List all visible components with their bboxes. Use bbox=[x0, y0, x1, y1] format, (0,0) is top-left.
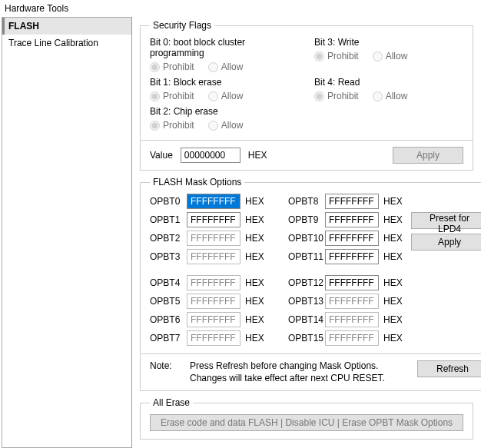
opbt-hex-2: HEX bbox=[245, 233, 265, 244]
opbt-input-0[interactable] bbox=[187, 194, 240, 209]
sec-value-hex: HEX bbox=[248, 150, 267, 161]
bit4-allow[interactable]: Allow bbox=[373, 91, 408, 101]
all-erase-group: All Erase Erase code and data FLASH | Di… bbox=[140, 397, 473, 440]
opbt-label-4: OPBT4 bbox=[150, 277, 182, 288]
opbt-hex-15: HEX bbox=[383, 333, 403, 343]
opbt-input-14 bbox=[325, 312, 379, 327]
bit0-prohibit[interactable]: Prohibit bbox=[150, 61, 194, 72]
sidebar-item-trace-line-calibration[interactable]: Trace Line Calibration bbox=[2, 35, 131, 51]
preset-lpd4-button[interactable]: Preset for LPD4 bbox=[411, 212, 481, 229]
bit3-allow[interactable]: Allow bbox=[373, 51, 408, 61]
note-text: Press Refresh before changing Mask Optio… bbox=[190, 360, 408, 384]
opbt-label-6: OPBT6 bbox=[150, 314, 182, 325]
opbt-hex-4: HEX bbox=[245, 277, 265, 288]
mask-options-legend: FLASH Mask Options bbox=[150, 177, 244, 187]
note-label: Note: bbox=[150, 360, 181, 371]
all-erase-legend: All Erase bbox=[150, 397, 193, 408]
security-flags-group: Security Flags Bit 0: boot block cluster… bbox=[140, 20, 473, 171]
mask-options-group: FLASH Mask Options OPBT0HEXOPBT8HEXOPBT1… bbox=[140, 177, 481, 391]
opbt-hex-5: HEX bbox=[245, 296, 265, 307]
opbt-label-7: OPBT7 bbox=[150, 333, 182, 343]
opbt-label-0: OPBT0 bbox=[150, 196, 182, 207]
opbt-hex-1: HEX bbox=[245, 214, 265, 225]
sec-value-input[interactable] bbox=[181, 148, 240, 163]
opbt-hex-9: HEX bbox=[383, 214, 403, 225]
opbt-label-3: OPBT3 bbox=[150, 251, 182, 262]
opbt-hex-3: HEX bbox=[245, 251, 265, 262]
opbt-input-6 bbox=[187, 312, 240, 327]
opbt-label-12: OPBT12 bbox=[288, 277, 320, 288]
bit2-title: Bit 2: Chip erase bbox=[150, 106, 299, 117]
opbt-label-14: OPBT14 bbox=[288, 314, 320, 325]
bit2-prohibit[interactable]: Prohibit bbox=[150, 120, 194, 131]
mask-grid: OPBT0HEXOPBT8HEXOPBT1HEXOPBT9HEXOPBT2HEX… bbox=[150, 194, 403, 346]
opbt-label-5: OPBT5 bbox=[150, 296, 182, 307]
opbt-label-9: OPBT9 bbox=[288, 214, 320, 225]
opbt-input-9[interactable] bbox=[325, 212, 379, 227]
opbt-hex-0: HEX bbox=[245, 196, 265, 207]
opbt-label-13: OPBT13 bbox=[288, 296, 320, 307]
security-flags-legend: Security Flags bbox=[150, 20, 214, 31]
bit4-prohibit[interactable]: Prohibit bbox=[314, 91, 359, 101]
opbt-input-10[interactable] bbox=[325, 231, 379, 246]
bit2-allow[interactable]: Allow bbox=[208, 120, 244, 131]
opbt-hex-10: HEX bbox=[383, 233, 403, 244]
page-title: Hardware Tools bbox=[0, 0, 481, 17]
sidebar-item-flash[interactable]: FLASH bbox=[2, 18, 131, 35]
opbt-input-2 bbox=[187, 231, 240, 246]
all-erase-button[interactable]: Erase code and data FLASH | Disable ICU … bbox=[150, 414, 463, 431]
opbt-hex-11: HEX bbox=[383, 251, 403, 262]
bit0-allow[interactable]: Allow bbox=[208, 61, 244, 72]
opbt-input-11[interactable] bbox=[325, 249, 379, 264]
bit0-title: Bit 0: boot block cluster programming bbox=[150, 37, 299, 58]
opbt-hex-8: HEX bbox=[383, 196, 403, 207]
opbt-label-10: OPBT10 bbox=[288, 233, 320, 244]
opbt-input-13 bbox=[325, 294, 379, 309]
mask-apply-button[interactable]: Apply bbox=[411, 234, 481, 251]
bit4-title: Bit 4: Read bbox=[314, 77, 463, 88]
content-panel: Security Flags Bit 0: boot block cluster… bbox=[132, 17, 481, 448]
opbt-label-11: OPBT11 bbox=[288, 251, 320, 262]
opbt-input-1[interactable] bbox=[187, 212, 240, 227]
opbt-input-7 bbox=[187, 330, 240, 346]
opbt-input-12[interactable] bbox=[325, 275, 379, 290]
bit3-title: Bit 3: Write bbox=[314, 37, 463, 48]
opbt-hex-12: HEX bbox=[383, 277, 403, 288]
opbt-hex-7: HEX bbox=[245, 333, 265, 343]
opbt-label-1: OPBT1 bbox=[150, 214, 182, 225]
sidebar: FLASH Trace Line Calibration bbox=[2, 17, 132, 448]
refresh-button[interactable]: Refresh bbox=[417, 360, 481, 377]
bit1-prohibit[interactable]: Prohibit bbox=[150, 91, 194, 101]
opbt-hex-13: HEX bbox=[383, 296, 403, 307]
opbt-hex-6: HEX bbox=[245, 314, 265, 325]
opbt-label-2: OPBT2 bbox=[150, 233, 182, 244]
opbt-input-4 bbox=[187, 275, 240, 290]
opbt-label-8: OPBT8 bbox=[288, 196, 320, 207]
opbt-label-15: OPBT15 bbox=[288, 333, 320, 343]
opbt-input-5 bbox=[187, 294, 240, 309]
sec-value-label: Value bbox=[150, 150, 173, 161]
opbt-input-8[interactable] bbox=[325, 194, 379, 209]
bit3-prohibit[interactable]: Prohibit bbox=[314, 51, 359, 61]
opbt-input-3 bbox=[187, 249, 240, 264]
opbt-input-15 bbox=[325, 330, 379, 346]
bit1-allow[interactable]: Allow bbox=[208, 91, 244, 101]
sec-apply-button[interactable]: Apply bbox=[393, 147, 463, 164]
bit1-title: Bit 1: Block erase bbox=[150, 77, 299, 88]
opbt-hex-14: HEX bbox=[383, 314, 403, 325]
